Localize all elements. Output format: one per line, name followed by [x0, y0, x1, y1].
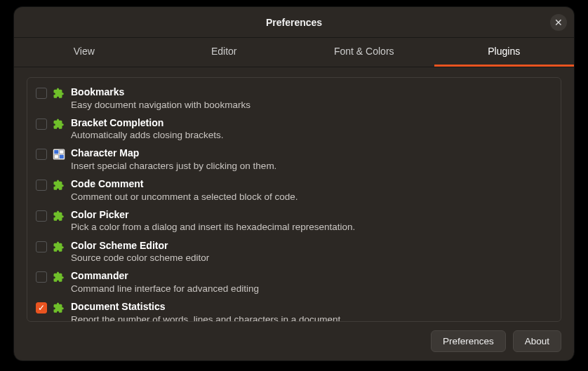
tab-plugins[interactable]: Plugins: [434, 38, 575, 67]
plugin-text: CommanderCommand line interface for adva…: [71, 270, 555, 295]
plugin-text: Color PickerPick a color from a dialog a…: [71, 209, 555, 234]
plugin-text: Character MapInsert special characters j…: [71, 147, 555, 173]
plugin-desc: Command line interface for advanced edit…: [71, 283, 555, 295]
plugin-text: Code CommentComment out or uncomment a s…: [71, 178, 555, 203]
footer: Preferences About: [27, 322, 561, 352]
puzzle-icon: [53, 179, 65, 191]
preferences-window: Preferences ✕ ViewEditorFont & ColorsPlu…: [14, 7, 574, 360]
plugin-checkbox[interactable]: [36, 88, 47, 99]
tab-font-colors[interactable]: Font & Colors: [294, 38, 434, 67]
plugin-name: Color Picker: [71, 209, 555, 222]
about-button[interactable]: About: [513, 330, 561, 352]
plugin-row[interactable]: Character MapInsert special characters j…: [34, 144, 556, 175]
plugin-checkbox[interactable]: [36, 119, 47, 130]
svg-rect-2: [60, 150, 64, 154]
plugin-checkbox[interactable]: ✓: [36, 302, 47, 313]
plugin-desc: Source code color scheme editor: [71, 252, 555, 264]
plugin-desc: Comment out or uncomment a selected bloc…: [71, 191, 555, 203]
plugin-checkbox[interactable]: [36, 271, 47, 283]
plugin-name: Bookmarks: [71, 86, 555, 99]
plugin-desc: Easy document navigation with bookmarks: [71, 99, 555, 112]
svg-rect-4: [60, 155, 64, 158]
plugin-text: Document StatisticsReport the number of …: [71, 301, 555, 322]
window-title: Preferences: [266, 17, 322, 28]
svg-rect-3: [54, 155, 58, 158]
content-area: BookmarksEasy document navigation with b…: [14, 67, 574, 360]
plugin-name: Color Scheme Editor: [71, 240, 555, 252]
check-icon: ✓: [38, 303, 45, 313]
plugin-name: Code Comment: [71, 178, 555, 191]
plugin-desc: Insert special characters just by clicki…: [71, 160, 555, 173]
puzzle-icon: [53, 241, 65, 253]
close-button[interactable]: ✕: [550, 14, 567, 31]
plugin-row[interactable]: CommanderCommand line interface for adva…: [34, 267, 556, 298]
plugin-name: Document Statistics: [71, 301, 555, 313]
plugin-name: Bracket Completion: [71, 117, 555, 130]
tab-bar: ViewEditorFont & ColorsPlugins: [14, 38, 574, 67]
plugin-checkbox[interactable]: [36, 149, 47, 160]
plugin-row[interactable]: Bracket CompletionAutomatically adds clo…: [34, 114, 556, 145]
preferences-button[interactable]: Preferences: [431, 330, 506, 352]
plugin-desc: Pick a color from a dialog and insert it…: [71, 221, 555, 234]
plugin-checkbox[interactable]: [36, 210, 47, 222]
charmap-icon: [53, 148, 65, 161]
puzzle-icon: [53, 118, 65, 130]
plugin-text: Bracket CompletionAutomatically adds clo…: [71, 117, 555, 142]
plugin-text: BookmarksEasy document navigation with b…: [71, 86, 555, 112]
puzzle-icon: [53, 210, 65, 222]
plugin-row[interactable]: Color Scheme EditorSource code color sch…: [34, 237, 556, 268]
plugin-row[interactable]: Color PickerPick a color from a dialog a…: [34, 206, 556, 237]
puzzle-icon: [53, 87, 65, 100]
plugin-row[interactable]: ✓Document StatisticsReport the number of…: [34, 298, 556, 322]
svg-rect-1: [54, 150, 58, 154]
plugin-row[interactable]: BookmarksEasy document navigation with b…: [34, 83, 556, 114]
plugin-name: Character Map: [71, 147, 555, 160]
plugin-desc: Automatically adds closing brackets.: [71, 129, 555, 142]
close-icon: ✕: [554, 17, 563, 28]
puzzle-icon: [53, 302, 65, 314]
plugin-desc: Report the number of words, lines and ch…: [71, 313, 555, 322]
plugin-checkbox[interactable]: [36, 241, 47, 252]
tab-view[interactable]: View: [14, 38, 154, 67]
plugin-name: Commander: [71, 270, 555, 283]
plugin-text: Color Scheme EditorSource code color sch…: [71, 240, 555, 265]
plugin-row[interactable]: Code CommentComment out or uncomment a s…: [34, 175, 556, 206]
titlebar: Preferences ✕: [14, 7, 574, 38]
plugin-checkbox[interactable]: [36, 180, 47, 191]
plugin-list: BookmarksEasy document navigation with b…: [27, 77, 561, 322]
puzzle-icon: [53, 271, 65, 283]
tab-editor[interactable]: Editor: [154, 38, 295, 67]
